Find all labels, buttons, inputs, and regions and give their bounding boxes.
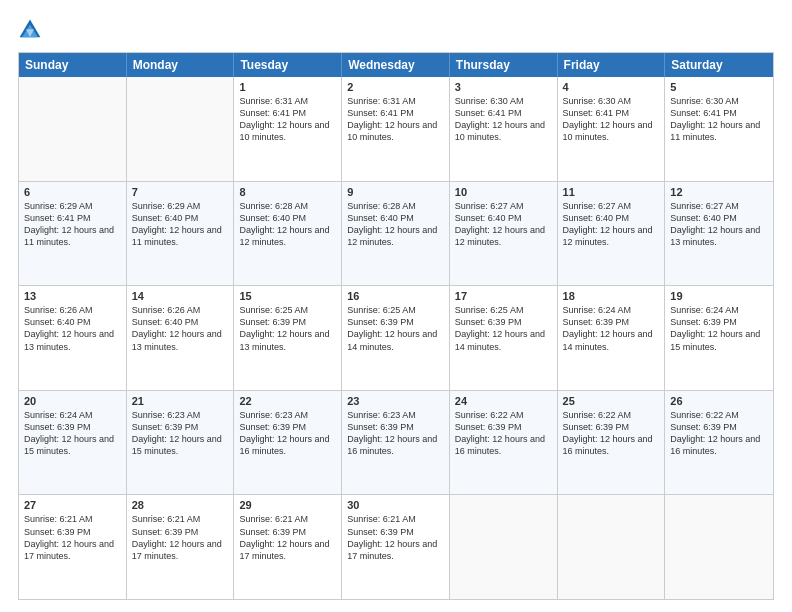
day-number: 25 <box>563 395 660 407</box>
day-number: 12 <box>670 186 768 198</box>
cell-info: Sunrise: 6:22 AM Sunset: 6:39 PM Dayligh… <box>563 409 660 458</box>
cell-info: Sunrise: 6:28 AM Sunset: 6:40 PM Dayligh… <box>347 200 444 249</box>
calendar-cell-r2-c5: 10Sunrise: 6:27 AM Sunset: 6:40 PM Dayli… <box>450 182 558 286</box>
day-number: 29 <box>239 499 336 511</box>
calendar-row-3: 13Sunrise: 6:26 AM Sunset: 6:40 PM Dayli… <box>19 286 773 391</box>
day-number: 26 <box>670 395 768 407</box>
cell-info: Sunrise: 6:21 AM Sunset: 6:39 PM Dayligh… <box>132 513 229 562</box>
calendar-cell-r5-c5 <box>450 495 558 599</box>
calendar-cell-r5-c1: 27Sunrise: 6:21 AM Sunset: 6:39 PM Dayli… <box>19 495 127 599</box>
calendar-cell-r5-c6 <box>558 495 666 599</box>
calendar-cell-r4-c3: 22Sunrise: 6:23 AM Sunset: 6:39 PM Dayli… <box>234 391 342 495</box>
calendar-cell-r4-c7: 26Sunrise: 6:22 AM Sunset: 6:39 PM Dayli… <box>665 391 773 495</box>
calendar-row-4: 20Sunrise: 6:24 AM Sunset: 6:39 PM Dayli… <box>19 391 773 496</box>
cell-info: Sunrise: 6:23 AM Sunset: 6:39 PM Dayligh… <box>347 409 444 458</box>
cell-info: Sunrise: 6:24 AM Sunset: 6:39 PM Dayligh… <box>24 409 121 458</box>
day-number: 16 <box>347 290 444 302</box>
page-header <box>18 18 774 42</box>
cell-info: Sunrise: 6:30 AM Sunset: 6:41 PM Dayligh… <box>563 95 660 144</box>
day-number: 4 <box>563 81 660 93</box>
calendar-cell-r4-c6: 25Sunrise: 6:22 AM Sunset: 6:39 PM Dayli… <box>558 391 666 495</box>
calendar-cell-r2-c3: 8Sunrise: 6:28 AM Sunset: 6:40 PM Daylig… <box>234 182 342 286</box>
cell-info: Sunrise: 6:22 AM Sunset: 6:39 PM Dayligh… <box>670 409 768 458</box>
calendar-row-5: 27Sunrise: 6:21 AM Sunset: 6:39 PM Dayli… <box>19 495 773 599</box>
calendar-header: SundayMondayTuesdayWednesdayThursdayFrid… <box>19 53 773 77</box>
calendar-cell-r4-c1: 20Sunrise: 6:24 AM Sunset: 6:39 PM Dayli… <box>19 391 127 495</box>
day-number: 5 <box>670 81 768 93</box>
calendar-cell-r2-c2: 7Sunrise: 6:29 AM Sunset: 6:40 PM Daylig… <box>127 182 235 286</box>
day-number: 10 <box>455 186 552 198</box>
calendar-cell-r1-c5: 3Sunrise: 6:30 AM Sunset: 6:41 PM Daylig… <box>450 77 558 181</box>
calendar-cell-r5-c7 <box>665 495 773 599</box>
day-number: 14 <box>132 290 229 302</box>
calendar-cell-r1-c6: 4Sunrise: 6:30 AM Sunset: 6:41 PM Daylig… <box>558 77 666 181</box>
cell-info: Sunrise: 6:26 AM Sunset: 6:40 PM Dayligh… <box>24 304 121 353</box>
weekday-header-wednesday: Wednesday <box>342 53 450 77</box>
cell-info: Sunrise: 6:28 AM Sunset: 6:40 PM Dayligh… <box>239 200 336 249</box>
day-number: 1 <box>239 81 336 93</box>
calendar-cell-r1-c4: 2Sunrise: 6:31 AM Sunset: 6:41 PM Daylig… <box>342 77 450 181</box>
cell-info: Sunrise: 6:27 AM Sunset: 6:40 PM Dayligh… <box>455 200 552 249</box>
day-number: 28 <box>132 499 229 511</box>
day-number: 18 <box>563 290 660 302</box>
day-number: 22 <box>239 395 336 407</box>
cell-info: Sunrise: 6:25 AM Sunset: 6:39 PM Dayligh… <box>455 304 552 353</box>
calendar-cell-r2-c1: 6Sunrise: 6:29 AM Sunset: 6:41 PM Daylig… <box>19 182 127 286</box>
calendar-cell-r1-c7: 5Sunrise: 6:30 AM Sunset: 6:41 PM Daylig… <box>665 77 773 181</box>
day-number: 6 <box>24 186 121 198</box>
calendar-cell-r4-c2: 21Sunrise: 6:23 AM Sunset: 6:39 PM Dayli… <box>127 391 235 495</box>
calendar-cell-r4-c4: 23Sunrise: 6:23 AM Sunset: 6:39 PM Dayli… <box>342 391 450 495</box>
calendar-cell-r2-c6: 11Sunrise: 6:27 AM Sunset: 6:40 PM Dayli… <box>558 182 666 286</box>
cell-info: Sunrise: 6:31 AM Sunset: 6:41 PM Dayligh… <box>239 95 336 144</box>
weekday-header-tuesday: Tuesday <box>234 53 342 77</box>
calendar-cell-r5-c3: 29Sunrise: 6:21 AM Sunset: 6:39 PM Dayli… <box>234 495 342 599</box>
cell-info: Sunrise: 6:27 AM Sunset: 6:40 PM Dayligh… <box>563 200 660 249</box>
cell-info: Sunrise: 6:31 AM Sunset: 6:41 PM Dayligh… <box>347 95 444 144</box>
cell-info: Sunrise: 6:25 AM Sunset: 6:39 PM Dayligh… <box>239 304 336 353</box>
day-number: 23 <box>347 395 444 407</box>
calendar-row-1: 1Sunrise: 6:31 AM Sunset: 6:41 PM Daylig… <box>19 77 773 182</box>
day-number: 8 <box>239 186 336 198</box>
calendar-cell-r3-c5: 17Sunrise: 6:25 AM Sunset: 6:39 PM Dayli… <box>450 286 558 390</box>
cell-info: Sunrise: 6:22 AM Sunset: 6:39 PM Dayligh… <box>455 409 552 458</box>
cell-info: Sunrise: 6:25 AM Sunset: 6:39 PM Dayligh… <box>347 304 444 353</box>
cell-info: Sunrise: 6:24 AM Sunset: 6:39 PM Dayligh… <box>563 304 660 353</box>
calendar-cell-r1-c2 <box>127 77 235 181</box>
weekday-header-thursday: Thursday <box>450 53 558 77</box>
calendar-cell-r4-c5: 24Sunrise: 6:22 AM Sunset: 6:39 PM Dayli… <box>450 391 558 495</box>
calendar-row-2: 6Sunrise: 6:29 AM Sunset: 6:41 PM Daylig… <box>19 182 773 287</box>
calendar-cell-r1-c3: 1Sunrise: 6:31 AM Sunset: 6:41 PM Daylig… <box>234 77 342 181</box>
day-number: 17 <box>455 290 552 302</box>
calendar-cell-r3-c2: 14Sunrise: 6:26 AM Sunset: 6:40 PM Dayli… <box>127 286 235 390</box>
calendar-cell-r3-c4: 16Sunrise: 6:25 AM Sunset: 6:39 PM Dayli… <box>342 286 450 390</box>
day-number: 11 <box>563 186 660 198</box>
calendar-cell-r3-c6: 18Sunrise: 6:24 AM Sunset: 6:39 PM Dayli… <box>558 286 666 390</box>
weekday-header-friday: Friday <box>558 53 666 77</box>
cell-info: Sunrise: 6:29 AM Sunset: 6:41 PM Dayligh… <box>24 200 121 249</box>
cell-info: Sunrise: 6:30 AM Sunset: 6:41 PM Dayligh… <box>670 95 768 144</box>
logo-icon <box>18 18 42 42</box>
day-number: 21 <box>132 395 229 407</box>
calendar-cell-r2-c4: 9Sunrise: 6:28 AM Sunset: 6:40 PM Daylig… <box>342 182 450 286</box>
logo <box>18 18 48 42</box>
calendar-cell-r3-c7: 19Sunrise: 6:24 AM Sunset: 6:39 PM Dayli… <box>665 286 773 390</box>
day-number: 7 <box>132 186 229 198</box>
weekday-header-sunday: Sunday <box>19 53 127 77</box>
cell-info: Sunrise: 6:21 AM Sunset: 6:39 PM Dayligh… <box>24 513 121 562</box>
calendar-cell-r3-c1: 13Sunrise: 6:26 AM Sunset: 6:40 PM Dayli… <box>19 286 127 390</box>
day-number: 15 <box>239 290 336 302</box>
cell-info: Sunrise: 6:24 AM Sunset: 6:39 PM Dayligh… <box>670 304 768 353</box>
calendar-cell-r5-c4: 30Sunrise: 6:21 AM Sunset: 6:39 PM Dayli… <box>342 495 450 599</box>
weekday-header-monday: Monday <box>127 53 235 77</box>
cell-info: Sunrise: 6:21 AM Sunset: 6:39 PM Dayligh… <box>347 513 444 562</box>
calendar-body: 1Sunrise: 6:31 AM Sunset: 6:41 PM Daylig… <box>19 77 773 599</box>
day-number: 19 <box>670 290 768 302</box>
calendar-cell-r5-c2: 28Sunrise: 6:21 AM Sunset: 6:39 PM Dayli… <box>127 495 235 599</box>
day-number: 24 <box>455 395 552 407</box>
calendar-cell-r3-c3: 15Sunrise: 6:25 AM Sunset: 6:39 PM Dayli… <box>234 286 342 390</box>
cell-info: Sunrise: 6:23 AM Sunset: 6:39 PM Dayligh… <box>132 409 229 458</box>
cell-info: Sunrise: 6:29 AM Sunset: 6:40 PM Dayligh… <box>132 200 229 249</box>
calendar-cell-r1-c1 <box>19 77 127 181</box>
day-number: 20 <box>24 395 121 407</box>
day-number: 13 <box>24 290 121 302</box>
